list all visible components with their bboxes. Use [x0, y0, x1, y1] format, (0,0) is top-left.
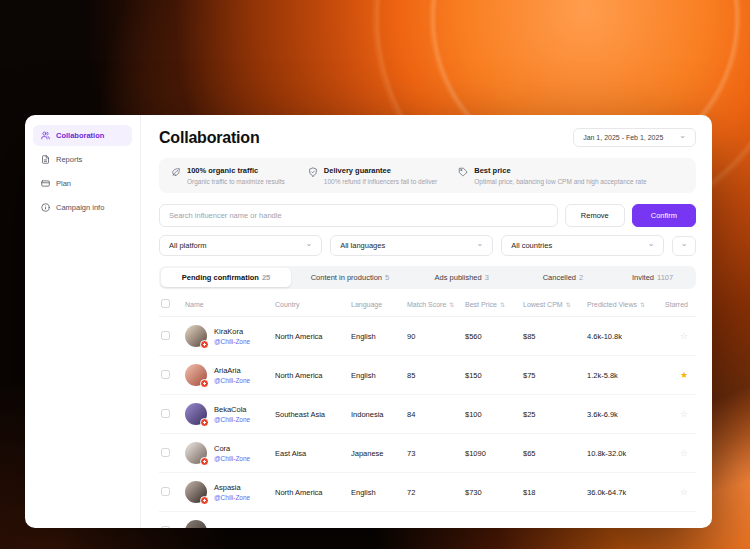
sort-icon: ⇅ [566, 301, 571, 308]
sidebar-item-label: Plan [56, 179, 71, 188]
avatar [185, 520, 207, 528]
row-checkbox[interactable] [161, 526, 170, 529]
column-header-name: Name [185, 301, 275, 308]
cell-best-price: $1090 [465, 449, 523, 458]
country-filter-select[interactable]: All countries ⌄ [501, 235, 664, 256]
table-row[interactable]: Aspasia @Chili-Zone North America Englis… [159, 473, 696, 512]
influencer-handle[interactable]: @Chili-Zone [214, 377, 250, 384]
cell-language: Japanese [351, 449, 407, 458]
star-icon[interactable]: ☆ [680, 410, 688, 419]
benefit-title: 100% organic traffic [187, 166, 285, 175]
cell-language: English [351, 488, 407, 497]
table-row[interactable]: BekaCola @Chili-Zone Southeast Asia Indo… [159, 395, 696, 434]
sort-icon: ⇅ [449, 301, 454, 308]
influencer-name: BekaCola [214, 405, 250, 414]
language-filter-select[interactable]: All languages ⌄ [330, 235, 493, 256]
influencer-name: Aspasia [214, 483, 250, 492]
influencer-handle[interactable]: @Chili-Zone [214, 416, 250, 423]
table-row[interactable]: Cora @Chili-Zone East Aisa Japanese 73 $… [159, 434, 696, 473]
star-icon[interactable]: ☆ [680, 449, 688, 458]
search-input[interactable] [159, 204, 558, 227]
influencer-name: Cora [214, 444, 250, 453]
benefit-delivery-guarantee: Delivery guarantee 100% refund if influe… [308, 166, 458, 185]
influencer-handle[interactable]: @Chili-Zone [214, 338, 250, 345]
platform-badge-icon [200, 418, 209, 427]
cell-country: North America [275, 332, 351, 341]
row-checkbox[interactable] [161, 448, 170, 457]
sidebar-item-collaboration[interactable]: Collaboration [33, 125, 132, 146]
app-window: Collaboration Reports Plan Campaign info… [25, 115, 712, 528]
sidebar: Collaboration Reports Plan Campaign info [25, 115, 141, 528]
date-range-value: Jan 1, 2025 - Feb 1, 2025 [583, 134, 663, 141]
row-checkbox[interactable] [161, 487, 170, 496]
cell-predicted-views: 3.6k-6.9k [587, 410, 665, 419]
platform-filter-value: All platform [169, 241, 207, 250]
cell-predicted-views: 36.0k-64.7k [587, 488, 665, 497]
column-header-language: Language [351, 301, 407, 308]
chevron-down-icon: ⌄ [679, 134, 686, 138]
cell-country: North America [275, 488, 351, 497]
cell-country: North America [275, 371, 351, 380]
row-checkbox[interactable] [161, 370, 170, 379]
benefits-banner: 100% organic traffic Organic traffic to … [159, 158, 696, 193]
tab-pending-confirmation[interactable]: Pending confirmation 25 [161, 268, 291, 287]
cell-predicted-views: 4.6k-10.8k [587, 332, 665, 341]
cell-match-score: 73 [407, 449, 465, 458]
users-icon [41, 131, 50, 140]
sidebar-item-campaign-info[interactable]: Campaign info [33, 197, 132, 218]
tab-count: 1107 [657, 273, 673, 282]
sidebar-item-reports[interactable]: Reports [33, 149, 132, 170]
row-checkbox[interactable] [161, 331, 170, 340]
tab-label: Pending confirmation [182, 273, 259, 282]
country-filter-value: All countries [511, 241, 552, 250]
column-header-country: Country [275, 301, 351, 308]
tab-count: 5 [385, 273, 389, 282]
benefit-organic-traffic: 100% organic traffic Organic traffic to … [171, 166, 308, 185]
sidebar-item-plan[interactable]: Plan [33, 173, 132, 194]
leaf-icon [171, 167, 181, 177]
avatar [185, 481, 207, 503]
platform-badge-icon [200, 340, 209, 349]
cell-predicted-views: 10.8k-32.0k [587, 449, 665, 458]
cell-match-score: 90 [407, 332, 465, 341]
influencer-handle[interactable]: @Chili-Zone [214, 455, 250, 462]
star-icon[interactable]: ☆ [680, 488, 688, 497]
page-title: Collaboration [159, 129, 260, 147]
cell-lowest-cpm: $65 [523, 449, 587, 458]
column-header-match-score[interactable]: Match Score ⇅ [407, 301, 465, 308]
cell-lowest-cpm: $85 [523, 332, 587, 341]
star-icon[interactable]: ★ [680, 371, 688, 380]
tab-label: Invited [632, 273, 654, 282]
chevron-down-icon: ⌄ [305, 242, 312, 246]
cell-language: English [351, 332, 407, 341]
column-header-best-price[interactable]: Best Price ⇅ [465, 301, 523, 308]
more-filters-button[interactable]: ⌄ [672, 236, 696, 256]
table-row[interactable]: KiraKora @Chili-Zone North America Engli… [159, 317, 696, 356]
date-range-select[interactable]: Jan 1, 2025 - Feb 1, 2025 ⌄ [573, 128, 696, 147]
price-tag-icon [458, 167, 468, 177]
influencer-handle[interactable]: @Chili-Zone [214, 494, 250, 501]
star-icon[interactable]: ☆ [680, 527, 688, 529]
table-row[interactable]: ☆ [159, 512, 696, 528]
cell-lowest-cpm: $75 [523, 371, 587, 380]
avatar-image [185, 520, 207, 528]
avatar [185, 403, 207, 425]
column-header-lowest-cpm[interactable]: Lowest CPM ⇅ [523, 301, 587, 308]
sort-icon: ⇅ [640, 301, 645, 308]
confirm-button[interactable]: Confirm [632, 204, 696, 227]
select-all-checkbox[interactable] [161, 299, 170, 308]
chevron-down-icon: ⌄ [681, 242, 688, 246]
star-icon[interactable]: ☆ [680, 332, 688, 341]
tab-invited[interactable]: Invited 1107 [611, 268, 694, 287]
benefit-title: Delivery guarantee [324, 166, 437, 175]
table-row[interactable]: AriaAria @Chili-Zone North America Engli… [159, 356, 696, 395]
platform-filter-select[interactable]: All platform ⌄ [159, 235, 322, 256]
column-header-predicted-views[interactable]: Predicted Views ⇅ [587, 301, 665, 308]
cell-best-price: $100 [465, 410, 523, 419]
row-checkbox[interactable] [161, 409, 170, 418]
tab-ads-published[interactable]: Ads published 3 [409, 268, 515, 287]
remove-button[interactable]: Remove [565, 204, 625, 227]
tab-content-in-production[interactable]: Content in production 5 [291, 268, 409, 287]
tab-label: Content in production [311, 273, 382, 282]
tab-cancelled[interactable]: Cancelled 2 [515, 268, 611, 287]
